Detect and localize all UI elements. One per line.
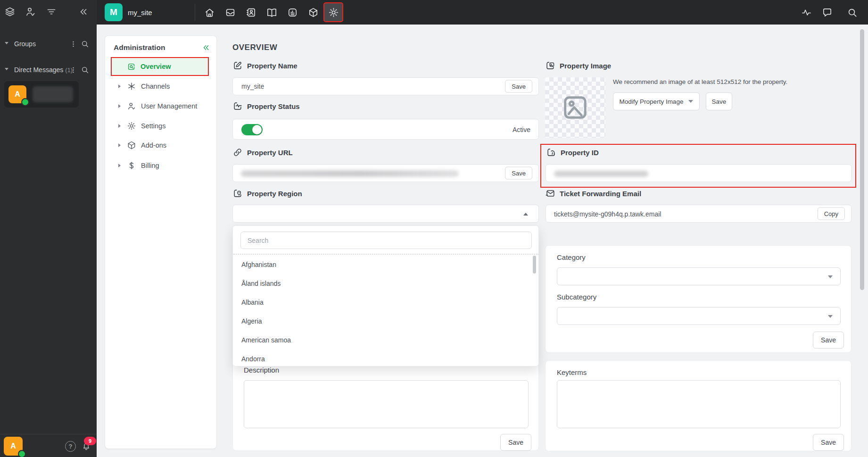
property-name-section-label: Property Name bbox=[232, 60, 298, 71]
ticket-email-value: tickets@mysite-g09h4q.p.tawk.email bbox=[554, 210, 661, 218]
settings-icon bbox=[127, 121, 136, 131]
ticket-mail-icon bbox=[545, 188, 555, 199]
region-option[interactable]: Afghanistan bbox=[241, 255, 276, 274]
topbar-divider bbox=[195, 4, 195, 21]
save-description-button[interactable]: Save bbox=[500, 434, 531, 451]
activity-button[interactable] bbox=[797, 3, 815, 21]
map-pin-square-icon bbox=[232, 188, 243, 199]
save-property-image-button[interactable]: Save bbox=[706, 92, 732, 110]
channels-icon bbox=[127, 82, 136, 91]
sidebar-item-user-management[interactable]: User Management bbox=[105, 96, 217, 116]
knowledge-base-nav-button[interactable] bbox=[263, 3, 281, 21]
sidebar-item-label: Overview bbox=[141, 63, 171, 70]
contacts-rail-button[interactable] bbox=[23, 4, 39, 20]
property-url-row[interactable]: Save bbox=[232, 164, 539, 182]
save-property-url-button[interactable]: Save bbox=[505, 167, 532, 180]
chevron-right-icon bbox=[118, 164, 121, 167]
property-url-redacted-value bbox=[241, 170, 459, 177]
global-search-button[interactable] bbox=[843, 3, 861, 21]
home-nav-button[interactable] bbox=[200, 3, 218, 21]
addons-nav-button[interactable] bbox=[304, 3, 322, 21]
category-select[interactable] bbox=[557, 267, 841, 285]
contacts-icon bbox=[246, 7, 256, 18]
dm-section-label[interactable]: Direct Messages (1) bbox=[14, 66, 73, 74]
notification-badge: 9 bbox=[84, 437, 96, 445]
search-icon bbox=[81, 40, 89, 48]
ticket-email-section-label: Ticket Forwarding Email bbox=[545, 188, 641, 199]
filter-button[interactable] bbox=[43, 4, 59, 20]
property-url-section-label: Property URL bbox=[232, 147, 293, 158]
caret-down-icon bbox=[828, 275, 833, 278]
contacts-nav-button[interactable] bbox=[242, 3, 260, 21]
copy-ticket-email-button[interactable]: Copy bbox=[818, 208, 845, 220]
property-name-label[interactable]: my_site bbox=[128, 8, 152, 17]
property-status-toggle[interactable] bbox=[241, 124, 263, 135]
dm-caret[interactable] bbox=[5, 68, 8, 70]
settings-nav-button-active[interactable] bbox=[323, 2, 343, 22]
pencil-square-icon bbox=[232, 60, 243, 71]
box-icon bbox=[308, 7, 319, 18]
page-scrollbar[interactable] bbox=[860, 29, 864, 290]
app-window: M my_site bbox=[0, 0, 868, 457]
keyterms-textarea[interactable] bbox=[557, 380, 841, 428]
property-region-select[interactable] bbox=[232, 205, 539, 223]
reporting-nav-button[interactable] bbox=[283, 3, 301, 21]
property-id-annotation-box bbox=[540, 144, 856, 188]
sidebar-item-channels[interactable]: Channels bbox=[105, 76, 217, 96]
save-category-button[interactable]: Save bbox=[813, 332, 844, 349]
property-name-input[interactable] bbox=[233, 78, 476, 94]
user-online-dot bbox=[18, 450, 26, 457]
groups-search-button[interactable] bbox=[77, 36, 93, 52]
toggle-knob bbox=[252, 125, 262, 134]
dm-name-redacted bbox=[33, 86, 73, 102]
groups-view-button[interactable] bbox=[2, 4, 18, 20]
save-property-name-button[interactable]: Save bbox=[505, 80, 532, 93]
home-icon bbox=[204, 7, 215, 18]
book-icon bbox=[266, 7, 277, 18]
property-image-placeholder[interactable] bbox=[545, 77, 605, 138]
inbox-nav-button[interactable] bbox=[221, 3, 239, 21]
subcategory-label: Subcategory bbox=[557, 293, 596, 301]
dm-list-item[interactable]: A bbox=[4, 81, 79, 108]
groups-caret[interactable] bbox=[5, 42, 8, 44]
rail-bottom-divider bbox=[0, 434, 97, 434]
description-textarea[interactable] bbox=[244, 380, 529, 428]
help-button[interactable]: ? bbox=[65, 441, 76, 452]
messages-button[interactable] bbox=[818, 3, 836, 21]
subcategory-select[interactable] bbox=[557, 307, 841, 325]
modify-property-image-dropdown[interactable]: Modify Property Image bbox=[613, 92, 700, 110]
layers-icon bbox=[4, 6, 16, 17]
region-option[interactable]: Andorra bbox=[241, 349, 265, 368]
region-option[interactable]: Åland islands bbox=[241, 274, 281, 293]
sidebar-item-settings[interactable]: Settings bbox=[105, 116, 217, 136]
region-search-input[interactable] bbox=[240, 232, 532, 249]
sidebar-item-addons[interactable]: Add-ons bbox=[105, 135, 217, 155]
dropdown-scrollbar[interactable] bbox=[533, 256, 536, 274]
description-card: Description Save bbox=[232, 358, 539, 451]
property-avatar[interactable]: M bbox=[105, 3, 123, 21]
collapse-admin-button[interactable] bbox=[201, 43, 211, 52]
caret-up-icon bbox=[523, 213, 528, 216]
sidebar-item-billing[interactable]: Billing bbox=[105, 156, 217, 175]
administration-title: Administration bbox=[114, 43, 165, 52]
search-icon bbox=[847, 7, 858, 18]
save-keyterms-button[interactable]: Save bbox=[813, 434, 844, 451]
property-status-section-label: Property Status bbox=[232, 101, 300, 111]
dashboard-icon bbox=[287, 7, 298, 18]
billing-icon bbox=[127, 161, 136, 170]
collapse-rail-button[interactable] bbox=[75, 4, 91, 20]
keyterms-card: Keyterms Save bbox=[545, 360, 851, 451]
sidebar-item-overview[interactable]: Overview bbox=[111, 57, 209, 76]
pulse-square-icon bbox=[232, 101, 243, 111]
region-option[interactable]: Albania bbox=[241, 293, 264, 312]
collapse-icon bbox=[78, 6, 89, 17]
chevron-right-icon bbox=[118, 104, 121, 108]
collapse-icon bbox=[201, 43, 211, 52]
sidebar-item-label: Channels bbox=[141, 83, 170, 90]
dm-search-button[interactable] bbox=[77, 62, 93, 78]
region-option[interactable]: Algeria bbox=[241, 312, 262, 331]
groups-section-label[interactable]: Groups bbox=[14, 40, 36, 48]
notifications-button[interactable]: 9 bbox=[81, 441, 91, 451]
region-option[interactable]: American samoa bbox=[241, 331, 291, 349]
image-hint-text: We recommend an image of at least 512x51… bbox=[613, 78, 787, 85]
